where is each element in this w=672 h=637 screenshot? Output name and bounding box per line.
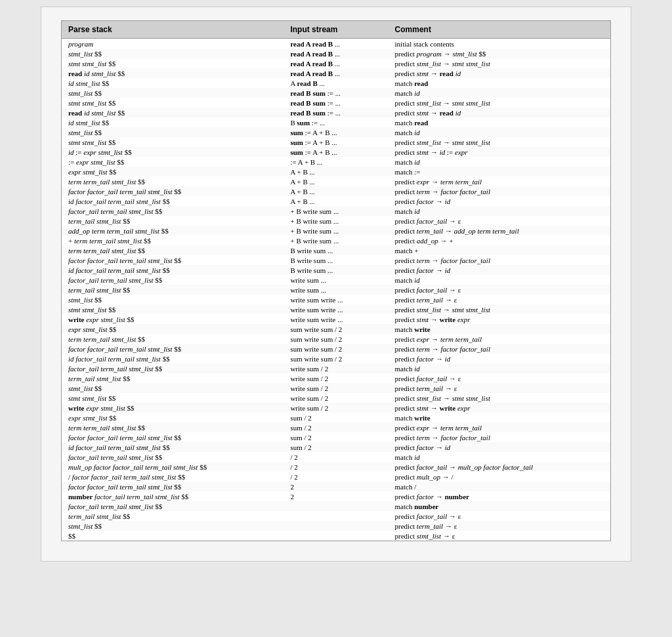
comment-cell: predict stmt → id := expr	[388, 147, 610, 157]
parse-stack-cell: / factor factor_tail term_tail stmt_list…	[62, 472, 284, 482]
comment-cell: match number	[388, 501, 610, 511]
parse-stack-cell: $$	[62, 531, 284, 541]
comment-cell: predict term → factor factor_tail	[388, 432, 610, 442]
table-row: stmt_list $$read B sum := ...match id	[62, 88, 610, 98]
comment-cell: predict factor → id	[388, 442, 610, 452]
comment-cell: predict stmt → write expr	[388, 314, 610, 324]
table-row: factor factor_tail term_tail stmt_list $…	[62, 432, 610, 442]
parse-stack-cell: id factor_tail term_tail stmt_list $$	[62, 442, 284, 452]
table-row: expr stmt_list $$sum / 2match write	[62, 413, 610, 422]
comment-cell: predict add_op → +	[388, 236, 610, 245]
input-stream-cell: 2	[284, 482, 388, 491]
input-stream-cell: read A read B ...	[284, 49, 388, 58]
input-stream-cell: write sum write ...	[284, 314, 388, 324]
input-stream-cell: B write sum ...	[284, 255, 388, 265]
comment-cell: match write	[388, 324, 610, 334]
parse-stack-cell: factor factor_tail term_tail stmt_list $…	[62, 432, 284, 442]
table-row: term_tail stmt_list $$write sum / 2predi…	[62, 373, 610, 383]
table-row: factor factor_tail term_tail stmt_list $…	[62, 255, 610, 265]
parse-stack-cell: factor_tail term_tail stmt_list $$	[62, 363, 284, 373]
parse-stack-cell: expr stmt_list $$	[62, 324, 284, 334]
input-stream-cell: write sum write ...	[284, 295, 388, 304]
comment-cell: predict factor_tail → mult_op factor fac…	[388, 462, 610, 472]
parse-stack-cell: stmt_list $$	[62, 127, 284, 137]
parse-stack-cell: mult_op factor factor_tail term_tail stm…	[62, 462, 284, 472]
table-row: stmt stmt_list $$read A read B ...predic…	[62, 58, 610, 68]
comment-cell: predict stmt_list → stmt stmt_list	[388, 58, 610, 68]
parse-stack-cell: factor factor_tail term_tail stmt_list $…	[62, 344, 284, 354]
comment-cell: predict term_tail → ε	[388, 521, 610, 531]
input-stream-cell: read A read B ...	[284, 58, 388, 68]
comment-cell: predict term_tail → ε	[388, 295, 610, 304]
input-stream-cell: write sum / 2	[284, 373, 388, 383]
comment-cell: predict stmt_list → stmt stmt_list	[388, 137, 610, 147]
input-stream-cell: sum := A + B ...	[284, 127, 388, 137]
table-row: factor_tail term_tail stmt_list $$+ B wr…	[62, 206, 610, 216]
table-row: factor factor_tail term_tail stmt_list $…	[62, 482, 610, 491]
input-stream-cell: sum write sum / 2	[284, 354, 388, 363]
table-row: stmt_list $$write sum write ...predict t…	[62, 295, 610, 304]
table-row: write expr stmt_list $$write sum / 2pred…	[62, 403, 610, 413]
parse-stack-cell: factor_tail term_tail stmt_list $$	[62, 275, 284, 285]
table-row: stmt_list $$write sum / 2predict term_ta…	[62, 383, 610, 393]
table-row: := expr stmt_list $$:= A + B ...match id	[62, 157, 610, 167]
table-row: term term_tail stmt_list $$A + B ...pred…	[62, 176, 610, 186]
table-row: stmt stmt_list $$sum := A + B ...predict…	[62, 137, 610, 147]
comment-cell: predict stmt → write expr	[388, 403, 610, 413]
comment-cell: match id	[388, 88, 610, 98]
input-stream-cell: read A read B ...	[284, 68, 388, 78]
input-stream-cell: sum / 2	[284, 432, 388, 442]
input-stream-cell: write sum write ...	[284, 304, 388, 314]
table-row: stmt_list $$read A read B ...predict pro…	[62, 49, 610, 58]
parse-stack-cell: := expr stmt_list $$	[62, 157, 284, 167]
table-row: mult_op factor factor_tail term_tail stm…	[62, 462, 610, 472]
comment-cell: predict factor → id	[388, 196, 610, 206]
table-row: id stmt_list $$B sum := ...match read	[62, 117, 610, 127]
comment-cell: match id	[388, 275, 610, 285]
parse-stack-cell: + term term_tail stmt_list $$	[62, 236, 284, 245]
table-row: add_op term term_tail stmt_list $$+ B wr…	[62, 226, 610, 236]
parse-stack-cell: term term_tail stmt_list $$	[62, 334, 284, 344]
input-stream-cell: + B write sum ...	[284, 236, 388, 245]
parse-stack-cell: factor factor_tail term_tail stmt_list $…	[62, 186, 284, 196]
input-stream-cell: A + B ...	[284, 196, 388, 206]
comment-cell: predict factor → id	[388, 265, 610, 275]
table-row: factor_tail term_tail stmt_list $$write …	[62, 275, 610, 285]
comment-cell: match id	[388, 452, 610, 462]
input-stream-cell: A + B ...	[284, 186, 388, 196]
input-stream-cell: sum := A + B ...	[284, 137, 388, 147]
parse-stack-cell: id factor_tail term_tail stmt_list $$	[62, 265, 284, 275]
input-stream-cell: read B sum := ...	[284, 98, 388, 108]
table-row: $$predict stmt_list → ε	[62, 531, 610, 541]
parse-stack-cell: stmt_list $$	[62, 383, 284, 393]
table-row: programread A read B ...initial stack co…	[62, 39, 610, 49]
comment-cell: initial stack contents	[388, 39, 610, 49]
parse-stack-cell: id factor_tail term_tail stmt_list $$	[62, 196, 284, 206]
comment-cell: predict term → factor factor_tail	[388, 186, 610, 196]
table-row: term term_tail stmt_list $$B write sum .…	[62, 245, 610, 255]
parse-stack-cell: term_tail stmt_list $$	[62, 216, 284, 226]
input-stream-cell: read A read B ...	[284, 39, 388, 49]
comment-cell: predict term → factor factor_tail	[388, 255, 610, 265]
table-row: read id stmt_list $$read A read B ...pre…	[62, 68, 610, 78]
parse-stack-cell: id := expr stmt_list $$	[62, 147, 284, 157]
table-row: number factor_tail term_tail stmt_list $…	[62, 491, 610, 501]
comment-cell: match id	[388, 206, 610, 216]
input-stream-cell: sum / 2	[284, 422, 388, 432]
input-stream-cell: write sum / 2	[284, 403, 388, 413]
parse-stack-cell: factor_tail term_tail stmt_list $$	[62, 501, 284, 511]
parse-stack-cell: stmt stmt_list $$	[62, 98, 284, 108]
table-row: term term_tail stmt_list $$sum write sum…	[62, 334, 610, 344]
comment-cell: match :=	[388, 167, 610, 176]
input-stream-cell: / 2	[284, 472, 388, 482]
parse-stack-cell: term_tail stmt_list $$	[62, 285, 284, 295]
input-stream-cell: sum / 2	[284, 442, 388, 452]
input-stream-cell: + B write sum ...	[284, 226, 388, 236]
parse-stack-cell: stmt stmt_list $$	[62, 393, 284, 403]
comment-cell: predict program → stmt_list $$	[388, 49, 610, 58]
input-stream-cell: write sum ...	[284, 275, 388, 285]
table-row: id := expr stmt_list $$sum := A + B ...p…	[62, 147, 610, 157]
comment-cell: match write	[388, 413, 610, 422]
table-row: stmt_list $$sum := A + B ...match id	[62, 127, 610, 137]
table-row: stmt_list $$predict term_tail → ε	[62, 521, 610, 531]
